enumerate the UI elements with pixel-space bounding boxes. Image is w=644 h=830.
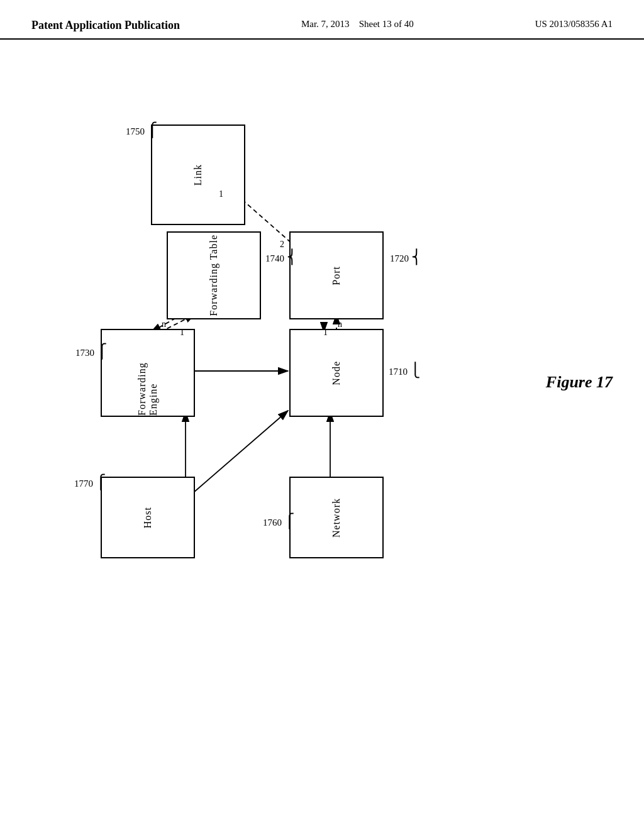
node-id: 1710 ⎩ bbox=[389, 367, 421, 377]
forwarding-table-label: Forwarding Table bbox=[208, 235, 219, 316]
diagram-area: Link 1750 ⎧ Port 1720 ⎨ Forwarding Table… bbox=[0, 40, 644, 794]
network-label: Network bbox=[331, 498, 342, 538]
forwarding-engine-label: Forwarding Engine bbox=[136, 330, 159, 416]
publication-title: Patent Application Publication bbox=[31, 19, 180, 32]
port-box: Port bbox=[289, 231, 384, 319]
arrow-label-1-node: 1 bbox=[323, 328, 328, 338]
diagram-svg bbox=[0, 40, 644, 794]
page-header: Patent Application Publication Mar. 7, 2… bbox=[0, 0, 644, 40]
port-label: Port bbox=[331, 266, 342, 285]
forwarding-table-box: Forwarding Table bbox=[167, 231, 261, 319]
host-id: 1770 ⎧ bbox=[74, 479, 106, 489]
figure-label: Figure 17 bbox=[546, 373, 613, 392]
svg-line-9 bbox=[194, 411, 288, 492]
publication-number: US 2013/058356 A1 bbox=[535, 19, 613, 30]
network-id: 1760 ⎧ bbox=[263, 517, 295, 528]
host-label: Host bbox=[142, 507, 153, 528]
publication-date-sheet: Mar. 7, 2013 Sheet 13 of 40 bbox=[301, 19, 414, 30]
arrow-label-n-port: n bbox=[338, 319, 342, 329]
link-id: 1750 ⎧ bbox=[126, 126, 158, 137]
arrow-label-2-bottom: 2 bbox=[280, 240, 284, 250]
link-box: Link bbox=[151, 124, 245, 225]
arrow-label-1-top: 1 bbox=[219, 189, 223, 199]
forwarding-engine-box: Forwarding Engine bbox=[101, 329, 195, 417]
port-id: 1720 ⎨ bbox=[390, 253, 422, 264]
pub-date: Mar. 7, 2013 bbox=[301, 19, 350, 29]
forwarding-engine-id: 1730 ⎧ bbox=[75, 348, 108, 358]
network-box: Network bbox=[289, 477, 384, 558]
host-box: Host bbox=[101, 477, 195, 558]
pub-sheet: Sheet 13 of 40 bbox=[359, 19, 414, 29]
arrow-label-n-ft: n bbox=[162, 319, 166, 329]
link-label: Link bbox=[192, 164, 204, 185]
forwarding-table-id: 1740 ⎨ bbox=[265, 253, 297, 264]
arrow-label-1-fe: 1 bbox=[180, 328, 184, 338]
node-box: Node bbox=[289, 329, 384, 417]
node-label: Node bbox=[331, 361, 342, 385]
